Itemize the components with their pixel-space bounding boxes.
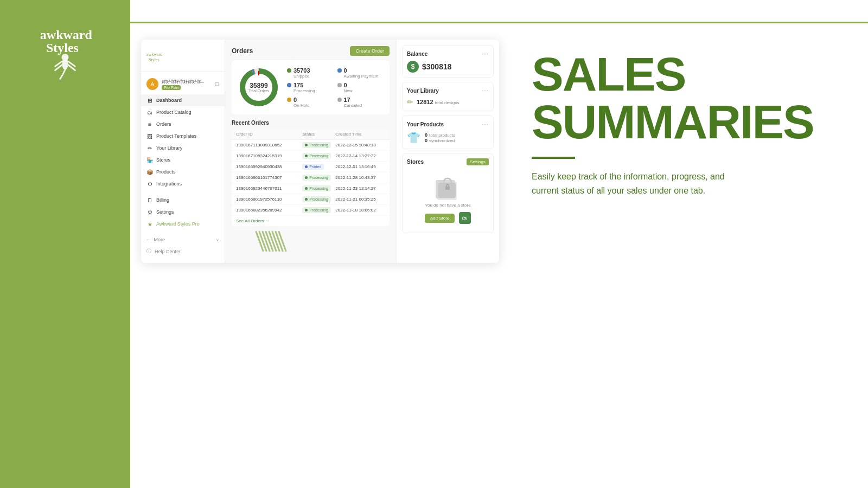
orders-stats-card: 35899 Total Orders 35703 Shipped: [232, 60, 390, 114]
stat-awaiting: 0 Awaiting Payment: [337, 67, 385, 79]
mockup-center-content: Orders Create Order: [225, 40, 396, 263]
orders-section-title: Orders: [232, 47, 253, 55]
stores-empty-illustration: [433, 173, 463, 203]
synchronized-stat: 0 synchronized: [425, 138, 455, 143]
products-card: Your Products ··· 👕 0 total products: [402, 115, 494, 149]
settings-icon: ⚙: [146, 209, 153, 215]
mockup-logo: awkward Styles: [141, 45, 225, 72]
library-card-header: Your Library ···: [407, 87, 489, 94]
more-chevron: ∨: [216, 237, 219, 242]
table-row: 1390166882356289942 Processing 2022-11-1…: [232, 205, 390, 216]
mockup-nav-library[interactable]: ✏ Your Library: [141, 142, 225, 154]
add-store-button[interactable]: Add Store: [425, 214, 455, 223]
col-order-id: Order ID: [236, 132, 302, 137]
processing-dot: [287, 83, 291, 87]
library-card: Your Library ··· ✏ 12812 total designs: [402, 82, 494, 111]
svg-text:Styles: Styles: [46, 41, 79, 55]
table-row: 1390166923446767611 Processing 2022-11-2…: [232, 183, 390, 194]
mockup-logo-svg: awkward Styles: [146, 49, 166, 65]
sales-text-section: SALES SUMMARIES Easily keep track of the…: [515, 40, 846, 208]
stat-canceled: 17 Canceled: [337, 97, 385, 108]
library-info: ✏ 12812 total designs: [407, 98, 489, 106]
mockup-nav-awkward-pro[interactable]: ★ Awkward Styles Pro: [141, 218, 225, 230]
products-menu-dots[interactable]: ···: [482, 120, 489, 128]
mockup-nav-dashboard[interactable]: ⊞ Dashboard: [141, 94, 225, 106]
mockup-nav-billing[interactable]: 🗒 Billing: [141, 194, 225, 206]
products-icon: 📦: [146, 169, 153, 175]
mockup-user-info: 你好你好你好你好你... Pro Plan: [162, 79, 212, 90]
mockup-nav-product-catalog[interactable]: 🗂 Product Catalog: [141, 106, 225, 118]
stat-on-hold: 0 On Hold: [287, 97, 334, 108]
table-row: 1390166966101774307 Processing 2022-11-2…: [232, 172, 390, 183]
billing-icon: 🗒: [146, 197, 153, 203]
col-created-time: Created Time: [335, 132, 385, 137]
help-circle-icon: ⓘ: [146, 248, 151, 255]
sales-description: Easily keep track of the information, pr…: [532, 170, 749, 197]
sales-title: SALES SUMMARIES: [532, 50, 830, 146]
balance-card: Balance ··· $ $300818: [402, 45, 494, 78]
product-catalog-icon: 🗂: [146, 109, 153, 115]
mockup-main-area: Orders Create Order: [225, 40, 499, 263]
stat-shipped: 35703 Shipped: [287, 67, 334, 79]
svg-text:awkward: awkward: [40, 28, 93, 42]
table-row: 1390166992940930438 Printed 2022-12-01 1…: [232, 162, 390, 172]
orders-section-header: Orders Create Order: [232, 46, 390, 56]
orders-icon: ≡: [146, 121, 153, 127]
mockup-sidebar: awkward Styles A 你好你好你好你好你... Pro Plan ⊡…: [141, 40, 225, 263]
table-row: 1390167105324215319 Processing 2022-12-1…: [232, 151, 390, 162]
orders-stats-grid: 35703 Shipped 0 Awaiting Payment: [287, 67, 384, 108]
stat-new: 0 New: [337, 82, 385, 93]
mockup-user-badge: A 你好你好你好你好你... Pro Plan ⊡: [141, 76, 225, 94]
mockup-nav-product-templates[interactable]: 🖼 Product Templates: [141, 130, 225, 142]
orders-table: Order ID Status Created Time 13901671130…: [232, 129, 390, 226]
integrations-icon: ⚙: [146, 181, 153, 187]
diagonal-lines-decoration: [232, 226, 390, 252]
recent-orders-title: Recent Orders: [232, 120, 390, 126]
create-order-button[interactable]: Create Order: [350, 46, 390, 56]
mockup-nav-settings[interactable]: ⚙ Settings: [141, 206, 225, 218]
orders-donut-chart: 35899 Total Orders: [237, 66, 280, 109]
mockup-nav-orders[interactable]: ≡ Orders: [141, 118, 225, 130]
col-status: Status: [302, 132, 335, 137]
donut-center-text: 35899 Total Orders: [248, 82, 269, 93]
pencil-icon: ✏: [407, 98, 413, 106]
stores-card-header: Stores Settings: [407, 158, 489, 165]
mockup-nav-stores[interactable]: 🏪 Stores: [141, 154, 225, 166]
balance-amount: $ $300818: [407, 61, 489, 73]
svg-text:Styles: Styles: [149, 57, 159, 62]
stores-settings-button[interactable]: Settings: [467, 158, 489, 165]
balance-card-header: Balance ···: [407, 50, 489, 57]
total-products-stat: 0 total products: [425, 132, 455, 138]
green-divider: [532, 157, 575, 159]
svg-text:awkward: awkward: [146, 52, 162, 57]
dashboard-icon: ⊞: [146, 97, 153, 104]
right-content: awkward Styles A 你好你好你好你好你... Pro Plan ⊡…: [130, 0, 868, 488]
library-menu-dots[interactable]: ···: [482, 87, 489, 94]
mockup-nav-help[interactable]: ⓘ Help Center: [141, 245, 225, 258]
stat-processing: 175 Processing: [287, 82, 334, 93]
mockup-avatar: A: [146, 78, 158, 90]
see-all-orders-link[interactable]: See All Orders →: [232, 216, 390, 226]
shopify-icon: 🛍: [459, 212, 471, 224]
mockup-nav-more[interactable]: ··· More ∨: [141, 234, 225, 245]
balance-menu-dots[interactable]: ···: [482, 50, 489, 57]
stores-nav-icon: 🏪: [146, 157, 153, 163]
stores-empty-state: You do not have a store Add Store 🛍: [407, 169, 489, 228]
canceled-dot: [337, 98, 342, 102]
shirt-icon: 👕: [407, 131, 420, 144]
balance-dollar-icon: $: [407, 61, 419, 73]
shipped-dot: [287, 68, 291, 73]
svg-point-3: [62, 54, 69, 61]
svg-rect-18: [445, 187, 450, 190]
table-header: Order ID Status Created Time: [232, 129, 390, 140]
awaiting-dot: [337, 68, 342, 73]
mockup-nav-integrations[interactable]: ⚙ Integrations: [141, 178, 225, 190]
mockup-right-panel: Balance ··· $ $300818 Your Library ···: [396, 40, 499, 263]
more-dots-icon: ···: [146, 237, 151, 242]
products-stats: 0 total products 0 synchronized: [425, 132, 455, 143]
left-sidebar-bg: awkward Styles: [0, 0, 130, 488]
mockup-nav-products[interactable]: 📦 Products: [141, 166, 225, 178]
main-area: awkward Styles A 你好你好你好你好你... Pro Plan ⊡…: [130, 23, 868, 488]
on-hold-dot: [287, 98, 291, 102]
templates-icon: 🖼: [146, 133, 153, 139]
